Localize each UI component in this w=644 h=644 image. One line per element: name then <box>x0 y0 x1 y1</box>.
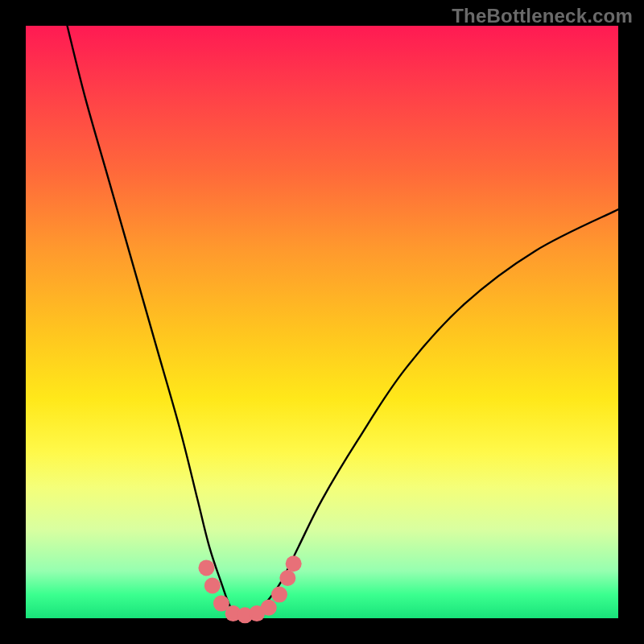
highlight-markers <box>198 555 301 623</box>
highlight-dot <box>271 587 287 603</box>
highlight-dot <box>204 578 221 594</box>
highlight-dot <box>286 555 302 572</box>
highlight-dot <box>261 600 277 616</box>
highlight-dot <box>198 559 214 576</box>
watermark-text: TheBottleneck.com <box>452 5 633 27</box>
chart-svg <box>26 26 618 618</box>
chart-plot-area <box>26 26 618 618</box>
bottleneck-curve <box>68 26 618 617</box>
highlight-dot <box>279 570 295 586</box>
chart-frame: TheBottleneck.com <box>0 0 644 644</box>
